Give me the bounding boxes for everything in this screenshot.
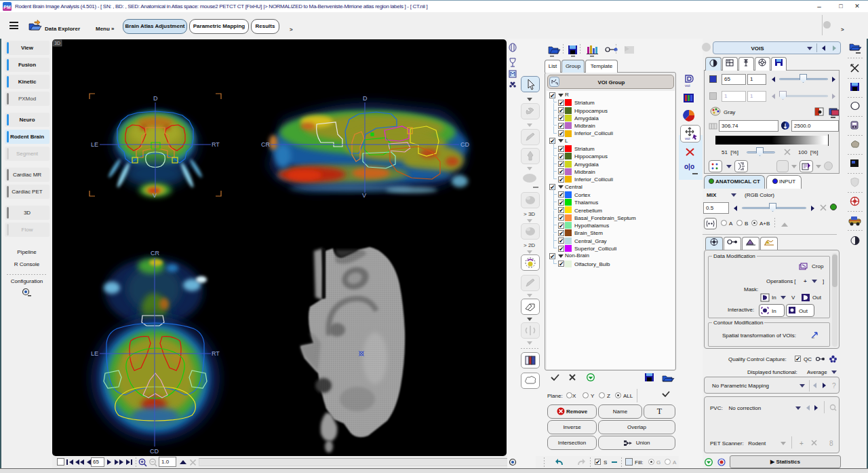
- svg-text:CD: CD: [460, 141, 469, 148]
- svg-text:D: D: [153, 95, 158, 102]
- svg-text:3D: 3D: [54, 41, 60, 45]
- svg-text:voi: voi: [685, 83, 690, 88]
- svg-text:V: V: [153, 192, 157, 199]
- svg-text:LE: LE: [91, 350, 98, 357]
- svg-text:PM: PM: [3, 5, 11, 10]
- svg-text:CR: CR: [261, 141, 270, 148]
- svg-text:CD: CD: [150, 448, 159, 455]
- svg-text:D: D: [363, 95, 368, 102]
- svg-text:V: V: [362, 192, 366, 199]
- svg-text:RT: RT: [212, 141, 220, 148]
- svg-text:RT: RT: [212, 350, 220, 357]
- svg-text:voi: voi: [685, 136, 690, 140]
- svg-text:LE: LE: [91, 141, 98, 148]
- svg-text:CR: CR: [151, 250, 159, 257]
